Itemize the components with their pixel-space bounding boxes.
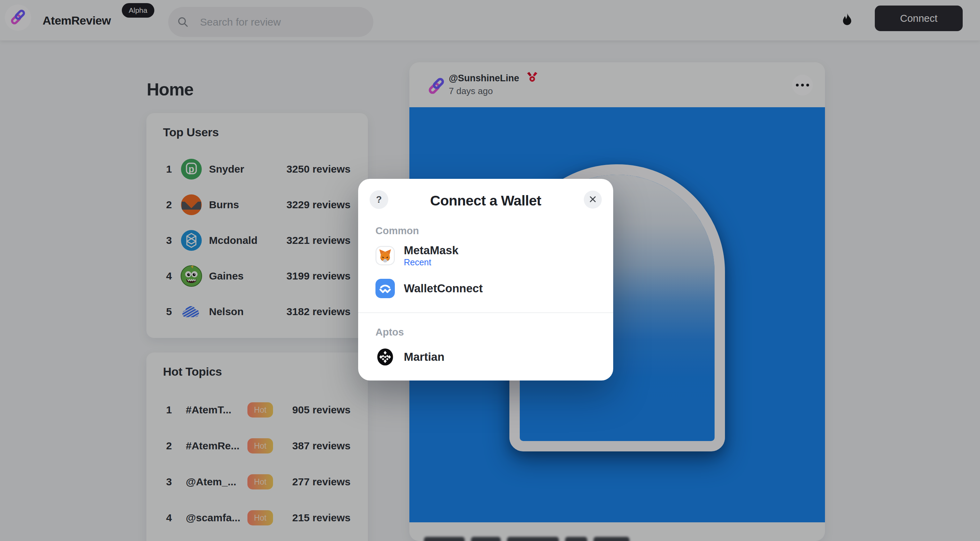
close-icon <box>589 195 597 204</box>
metamask-fox-icon <box>375 246 395 265</box>
app-root: AtemReview Alpha Connect Home Top Users … <box>0 0 980 541</box>
wallet-note: Recent <box>404 257 458 267</box>
martian-icon <box>375 347 395 366</box>
wallet-option-martian[interactable]: Martian <box>375 346 596 368</box>
wallet-option-metamask[interactable]: MetaMask Recent <box>375 244 596 267</box>
section-divider <box>358 313 613 313</box>
connect-wallet-modal: ? Connect a Wallet Common MetaMask Recen… <box>358 179 613 381</box>
wallet-section-label: Aptos <box>375 327 404 338</box>
wallet-name: WalletConnect <box>404 282 483 295</box>
close-button[interactable] <box>584 190 602 209</box>
wallet-option-walletconnect[interactable]: WalletConnect <box>375 278 596 300</box>
modal-title: Connect a Wallet <box>358 193 613 209</box>
wallet-section-label: Common <box>375 225 419 236</box>
wallet-name: Martian <box>404 351 444 363</box>
wallet-name: MetaMask <box>404 244 458 257</box>
walletconnect-icon <box>375 279 395 298</box>
